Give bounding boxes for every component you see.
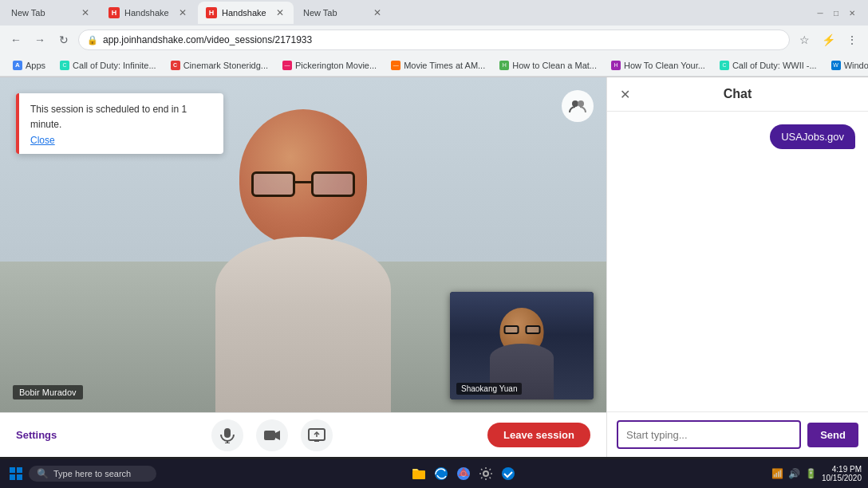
cm-bookmark-icon: H bbox=[499, 61, 509, 70]
svg-rect-11 bbox=[17, 467, 22, 473]
self-glasses bbox=[503, 325, 540, 335]
participants-button[interactable] bbox=[562, 90, 594, 122]
battery-icon: 🔋 bbox=[805, 468, 817, 479]
screen-share-button[interactable] bbox=[301, 419, 333, 451]
taskbar-right: 📶 🔊 🔋 4:19 PM 10/15/2020 bbox=[771, 465, 862, 482]
taskbar-file-explorer[interactable] bbox=[409, 464, 428, 483]
controls-bar: Settings bbox=[0, 412, 606, 457]
main-person-shirt bbox=[215, 237, 391, 412]
handshake-favicon: H bbox=[108, 7, 120, 18]
glasses-right bbox=[311, 171, 355, 197]
menu-button[interactable]: ⋮ bbox=[842, 30, 862, 49]
svg-rect-2 bbox=[224, 428, 231, 438]
close-window-button[interactable]: ✕ bbox=[846, 6, 858, 19]
bookmark-windows[interactable]: W Windows Update D... bbox=[825, 57, 868, 74]
svg-point-0 bbox=[572, 100, 578, 107]
tab-close-icon[interactable]: ✕ bbox=[177, 6, 188, 20]
cod2-bookmark-icon: C bbox=[720, 61, 729, 70]
tab-close-icon[interactable]: ✕ bbox=[372, 6, 383, 20]
tab-new-tab-2[interactable]: New Tab ✕ bbox=[295, 2, 391, 24]
svg-point-1 bbox=[578, 100, 584, 107]
cod-bookmark-icon: C bbox=[60, 61, 69, 70]
network-icon[interactable]: 📶 bbox=[771, 468, 783, 479]
tab-label: New Tab bbox=[303, 8, 367, 18]
chat-close-button[interactable]: ✕ bbox=[620, 87, 630, 102]
tab-close-icon[interactable]: ✕ bbox=[80, 6, 91, 20]
start-button[interactable] bbox=[6, 464, 26, 483]
taskbar-center-icons bbox=[160, 464, 768, 483]
bookmark-clean-your[interactable]: H How To Clean Your... bbox=[605, 57, 712, 74]
taskbar-settings[interactable] bbox=[476, 464, 495, 483]
forward-button[interactable]: → bbox=[30, 30, 49, 49]
tab-close-icon-active[interactable]: ✕ bbox=[274, 6, 286, 20]
reload-button[interactable]: ↻ bbox=[54, 30, 73, 49]
minimize-button[interactable]: ─ bbox=[814, 6, 827, 19]
svg-point-19 bbox=[483, 471, 488, 476]
notification-banner: This session is scheduled to end in 1 mi… bbox=[16, 93, 223, 154]
extensions-button[interactable]: ⚡ bbox=[819, 30, 838, 49]
tab-label: Handshake bbox=[124, 8, 172, 18]
mic-button[interactable] bbox=[211, 419, 243, 451]
svg-rect-10 bbox=[10, 467, 15, 473]
svg-point-20 bbox=[502, 467, 515, 480]
svg-rect-13 bbox=[17, 474, 22, 480]
chat-input[interactable] bbox=[617, 420, 801, 449]
self-name-label: Shaokang Yuan bbox=[456, 383, 522, 395]
video-column: This session is scheduled to end in 1 mi… bbox=[0, 77, 606, 459]
notification-close-link[interactable]: Close bbox=[30, 135, 212, 146]
glasses-left bbox=[251, 171, 295, 197]
camera-button[interactable] bbox=[256, 419, 288, 451]
browser-chrome: New Tab ✕ H Handshake ✕ H Handshake ✕ Ne… bbox=[0, 0, 868, 77]
chat-send-button[interactable]: Send bbox=[807, 423, 858, 447]
self-view-video: Shaokang Yuan bbox=[450, 292, 594, 399]
bookmark-cinemark[interactable]: C Cinemark Stoneridg... bbox=[164, 57, 274, 74]
pick-bookmark-icon: — bbox=[282, 61, 292, 70]
chat-messages: USAJobs.gov bbox=[607, 112, 868, 411]
bookmark-apps[interactable]: A Apps bbox=[6, 57, 52, 74]
bookmark-button[interactable]: ☆ bbox=[795, 30, 814, 49]
chat-input-area: Send bbox=[607, 411, 868, 457]
settings-link[interactable]: Settings bbox=[16, 429, 57, 441]
svg-rect-5 bbox=[264, 431, 275, 440]
bookmark-pickerington[interactable]: — Pickerington Movie... bbox=[276, 57, 383, 74]
cinemark-bookmark-icon: C bbox=[171, 61, 180, 70]
taskbar-search[interactable]: 🔍 Type here to search bbox=[29, 466, 156, 482]
address-text: app.joinhandshake.com/video_sessions/217… bbox=[103, 34, 312, 45]
apps-bookmark-icon: A bbox=[13, 61, 22, 70]
taskbar-clock[interactable]: 4:19 PM 10/15/2020 bbox=[822, 465, 862, 482]
taskbar-checkmark[interactable] bbox=[499, 464, 518, 483]
page-layout: New Tab ✕ H Handshake ✕ H Handshake ✕ Ne… bbox=[0, 0, 868, 488]
bookmark-movie-times[interactable]: — Movie Times at AM... bbox=[385, 57, 491, 74]
tab-handshake-2-active[interactable]: H Handshake ✕ bbox=[198, 2, 294, 24]
taskbar-edge[interactable] bbox=[432, 464, 451, 483]
chat-title: Chat bbox=[724, 87, 752, 101]
window-controls: ─ □ ✕ bbox=[814, 6, 865, 19]
tab-new-tab-1[interactable]: New Tab ✕ bbox=[3, 2, 99, 24]
svg-rect-12 bbox=[10, 474, 15, 480]
mt-bookmark-icon: — bbox=[391, 61, 400, 70]
chat-panel: ✕ Chat USAJobs.gov Send bbox=[606, 77, 868, 457]
taskbar-search-text: Type here to search bbox=[53, 469, 131, 478]
glasses-bridge bbox=[295, 181, 311, 183]
win-bookmark-icon: W bbox=[831, 61, 841, 70]
svg-rect-14 bbox=[412, 470, 425, 479]
main-name-label: Bobir Muradov bbox=[13, 385, 83, 399]
restore-button[interactable]: □ bbox=[830, 6, 842, 19]
address-bar[interactable]: 🔒 app.joinhandshake.com/video_sessions/2… bbox=[78, 30, 790, 50]
handshake-favicon-active: H bbox=[206, 7, 217, 18]
leave-session-button[interactable]: Leave session bbox=[487, 423, 590, 447]
chat-header: ✕ Chat bbox=[607, 77, 868, 112]
tab-handshake-1[interactable]: H Handshake ✕ bbox=[101, 2, 196, 24]
bookmark-cod2[interactable]: C Call of Duty: WWII -... bbox=[713, 57, 823, 74]
bookmarks-bar: A Apps C Call of Duty: Infinite... C Cin… bbox=[0, 54, 868, 77]
volume-icon[interactable]: 🔊 bbox=[788, 468, 800, 479]
content-row: This session is scheduled to end in 1 mi… bbox=[0, 77, 868, 459]
back-button[interactable]: ← bbox=[6, 30, 26, 49]
bookmark-cod[interactable]: C Call of Duty: Infinite... bbox=[53, 57, 163, 74]
bookmark-clean-mat[interactable]: H How to Clean a Mat... bbox=[493, 57, 603, 74]
taskbar-chrome[interactable] bbox=[454, 464, 473, 483]
cy-bookmark-icon: H bbox=[611, 61, 621, 70]
lock-icon: 🔒 bbox=[87, 35, 98, 45]
glasses bbox=[251, 171, 355, 199]
tab-label: New Tab bbox=[11, 8, 75, 18]
